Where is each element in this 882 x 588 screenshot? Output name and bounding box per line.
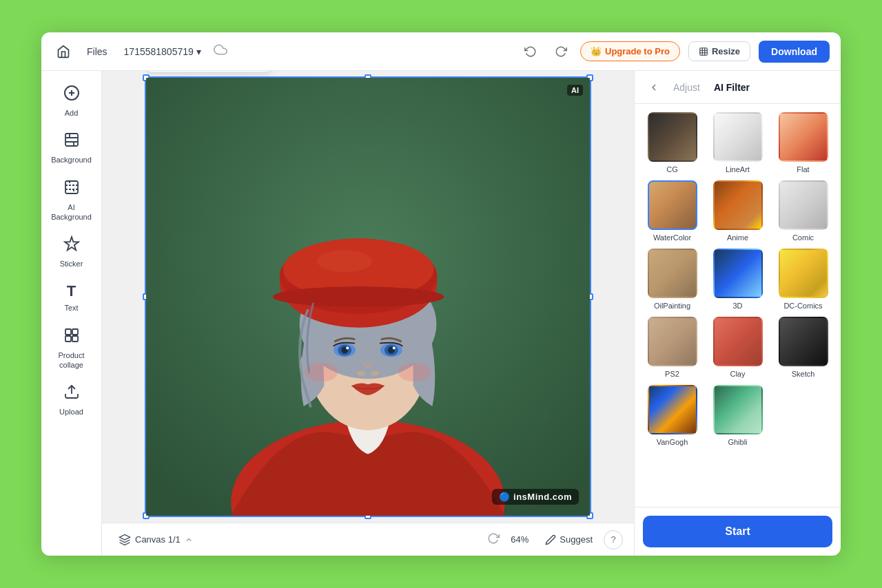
svg-rect-11	[72, 329, 78, 335]
svg-point-38	[371, 370, 379, 376]
sidebar-item-product-collage[interactable]: Product collage	[47, 322, 96, 376]
sticker-icon	[63, 235, 80, 256]
canvas-image: 🔵 insMind.com AI	[146, 78, 590, 516]
filter-thumb-ps2	[648, 317, 697, 366]
product-collage-icon	[63, 327, 80, 348]
svg-rect-13	[72, 336, 78, 342]
sidebar-item-ai-background[interactable]: AI Background	[47, 174, 96, 228]
sidebar-item-upload[interactable]: Upload	[47, 378, 96, 422]
sidebar-item-sticker-label: Sticker	[60, 259, 83, 269]
svg-rect-9	[65, 181, 78, 193]
upgrade-button[interactable]: 👑 Upgrade to Pro	[580, 41, 680, 61]
portrait-svg	[146, 78, 590, 516]
svg-point-32	[346, 347, 349, 350]
floating-toolbar: AI NEW ···	[146, 71, 271, 72]
crown-icon: 👑	[591, 46, 602, 56]
text-icon: T	[67, 282, 76, 300]
resize-button[interactable]: Resize	[688, 41, 750, 61]
filter-thumb-sketch	[779, 317, 828, 366]
filename-display[interactable]: 1715581805719 ▾	[120, 43, 205, 60]
filter-label-anime: Anime	[727, 233, 748, 242]
filter-ps2[interactable]: PS2	[643, 317, 701, 378]
sidebar-item-text-label: Text	[64, 303, 78, 313]
portrait-painting: 🔵 insMind.com AI	[146, 78, 590, 516]
filter-thumb-cg	[648, 112, 697, 162]
sidebar-item-ai-background-label: AI Background	[50, 202, 94, 222]
svg-rect-12	[65, 336, 71, 342]
app-window: Files 1715581805719 ▾ 👑 Upgrade to Pro	[41, 32, 841, 556]
redo-button[interactable]	[550, 41, 572, 63]
suggest-label: Suggest	[560, 534, 593, 545]
help-button[interactable]: ?	[604, 530, 623, 549]
filter-sketch[interactable]: Sketch	[774, 317, 832, 378]
svg-point-27	[317, 250, 372, 272]
filter-thumb-oilpainting	[648, 249, 697, 298]
filter-label-lineart: LineArt	[726, 165, 750, 174]
filter-label-sketch: Sketch	[792, 370, 815, 378]
adjust-tab[interactable]: Adjust	[669, 79, 704, 96]
filter-thumb-ghibli	[713, 385, 763, 434]
filter-clay[interactable]: Clay	[708, 317, 767, 378]
suggest-button[interactable]: Suggest	[540, 532, 598, 548]
filter-thumb-dccomics	[779, 249, 828, 298]
canvas-layers-button[interactable]: Canvas 1/1	[113, 531, 198, 549]
filter-label-oilpainting: OilPainting	[654, 302, 690, 310]
sidebar-item-upload-label: Upload	[59, 407, 83, 417]
filter-label-cg: CG	[666, 165, 678, 174]
sidebar-item-sticker[interactable]: Sticker	[47, 230, 96, 274]
cloud-icon	[214, 43, 227, 60]
sidebar-left: Add Background AI Background	[41, 71, 102, 556]
ai-background-icon	[63, 179, 80, 200]
ai-badge: AI	[567, 85, 583, 96]
filter-label-3d: 3D	[732, 302, 742, 310]
download-button[interactable]: Download	[759, 41, 830, 63]
filter-label-dccomics: DC-Comics	[783, 302, 822, 310]
filter-label-clay: Clay	[730, 370, 745, 378]
start-button[interactable]: Start	[643, 516, 832, 547]
filter-ghibli[interactable]: Ghibli	[708, 385, 767, 446]
canvas-refresh-button[interactable]	[487, 532, 500, 547]
ai-filter-tab[interactable]: AI Filter	[710, 79, 754, 96]
filter-oilpainting[interactable]: OilPainting	[643, 249, 701, 310]
filter-thumb-watercolor	[648, 180, 697, 230]
filter-label-ps2: PS2	[665, 370, 679, 378]
svg-point-28	[273, 286, 444, 307]
home-button[interactable]	[52, 41, 74, 63]
suggest-icon	[545, 534, 556, 545]
filter-grid: CG LineArt Flat WaterColor	[635, 104, 841, 507]
filter-thumb-vangogh	[648, 385, 697, 434]
canvas-image-container[interactable]: AI NEW ···	[145, 76, 591, 517]
filter-thumb-flat	[779, 112, 828, 162]
sidebar-item-add-label: Add	[65, 108, 79, 118]
sidebar-item-add[interactable]: Add	[47, 79, 96, 123]
filter-cg[interactable]: CG	[643, 112, 701, 174]
filter-label-watercolor: WaterColor	[653, 233, 691, 242]
panel-right: Adjust AI Filter CG LineArt	[634, 71, 841, 556]
background-icon	[63, 132, 80, 152]
filter-watercolor[interactable]: WaterColor	[643, 180, 701, 242]
header: Files 1715581805719 ▾ 👑 Upgrade to Pro	[41, 32, 841, 71]
svg-point-37	[357, 370, 365, 376]
filter-dccomics[interactable]: DC-Comics	[774, 249, 832, 310]
canvas-viewport[interactable]: AI NEW ···	[102, 71, 634, 523]
svg-rect-4	[65, 134, 78, 146]
filter-thumb-comic	[779, 180, 828, 230]
watermark: 🔵 insMind.com	[492, 489, 579, 505]
sidebar-item-text[interactable]: T Text	[47, 277, 96, 318]
filter-3d[interactable]: 3D	[708, 249, 767, 310]
panel-footer: Start	[635, 507, 841, 556]
filter-lineart[interactable]: LineArt	[708, 112, 767, 174]
canvas-area: AI NEW ···	[102, 71, 634, 556]
filter-anime[interactable]: Anime	[708, 180, 767, 242]
filter-vangogh[interactable]: VanGogh	[643, 385, 701, 446]
sidebar-item-background[interactable]: Background	[47, 126, 96, 170]
upload-icon	[63, 384, 80, 404]
files-link[interactable]: Files	[83, 43, 112, 60]
filter-flat[interactable]: Flat	[774, 112, 832, 174]
undo-button[interactable]	[520, 41, 542, 63]
filter-comic[interactable]: Comic	[774, 180, 832, 242]
panel-back-button[interactable]	[644, 78, 664, 97]
canvas-bottom-bar: Canvas 1/1 64% Suggest ?	[102, 523, 634, 556]
sidebar-item-background-label: Background	[51, 155, 92, 165]
filter-label-comic: Comic	[792, 233, 814, 242]
